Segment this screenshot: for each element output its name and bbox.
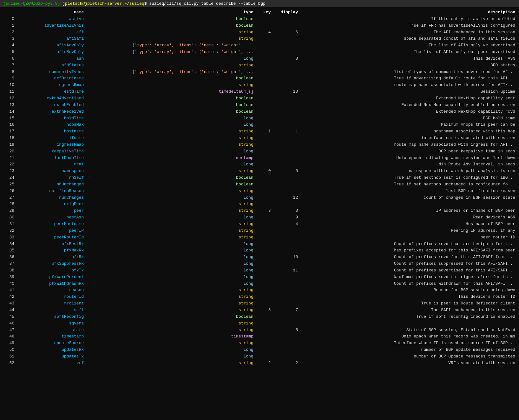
cell-index: 44 (3, 307, 16, 314)
cell-description: Hostname of BGP peer (299, 221, 516, 228)
cell-type: string (85, 128, 254, 135)
cell-type: string (85, 62, 254, 69)
cell-key (255, 267, 272, 274)
cell-key (255, 195, 272, 201)
cell-type: boolean (85, 109, 254, 115)
cell-type: string (85, 300, 254, 307)
cell-type: string (85, 287, 254, 294)
table-row: 11 estdTime timedelta64[s] 13 Session up… (3, 89, 516, 95)
table-row: 45 softReconfig boolean True if soft rec… (3, 314, 516, 320)
cell-type: long (85, 267, 254, 274)
cell-display: 6 (272, 29, 299, 36)
cell-name: estdTime (16, 89, 85, 95)
cell-name: egressRmap (16, 82, 85, 89)
table-row: 12 extnhAdvertised boolean Extended Next… (3, 95, 516, 102)
cell-key (255, 102, 272, 109)
cell-description: space separated concat of afi and safi f… (299, 36, 516, 42)
cell-key (255, 161, 272, 168)
cell-type: long (85, 347, 254, 353)
cell-description: Extended NextHop capability enabled on s… (299, 102, 516, 109)
cell-name: afi (16, 29, 85, 36)
cell-name: asn (16, 56, 85, 62)
header-name: name (16, 9, 85, 16)
cell-display: 0 (272, 168, 299, 175)
table-row: 31 peerHostname string 4 Hostname of BGP… (3, 221, 516, 228)
cell-index: 37 (3, 261, 16, 267)
table-row: 1 advertiseAllVnis boolean True if FRR h… (3, 23, 516, 29)
cell-index: 15 (3, 115, 16, 122)
describe-table: name type key display description 0 acti… (3, 9, 516, 367)
cell-description (299, 201, 516, 208)
cell-type: boolean (85, 314, 254, 320)
cell-display: 3 (272, 208, 299, 214)
table-row: 52 vrf string 2 2 VRF associated with se… (3, 360, 516, 367)
cell-key (255, 16, 272, 23)
cell-index: 40 (3, 281, 16, 287)
table-content: name type key display description 0 acti… (0, 7, 519, 369)
cell-index: 16 (3, 122, 16, 128)
cell-name: rrclient (16, 300, 85, 307)
cell-display: 11 (272, 267, 299, 274)
cell-index: 51 (3, 353, 16, 360)
cell-type: long (85, 195, 254, 201)
cell-key (255, 281, 272, 287)
cell-type: string (85, 360, 254, 367)
cell-description: route map name associated with ingress f… (299, 142, 516, 148)
cell-display (272, 82, 299, 89)
cell-type: {'type': 'array', 'items': {'name': 'wei… (85, 49, 254, 56)
cell-key (255, 221, 272, 228)
cell-index: 14 (3, 109, 16, 115)
cell-key (255, 155, 272, 162)
cell-description: Interface whose IP is used as source IP … (299, 340, 516, 347)
cell-display (272, 75, 299, 82)
cell-type: string (85, 340, 254, 347)
cell-display (272, 36, 299, 42)
table-row: 38 pfxTx long 11 Count of prefixes adver… (3, 267, 516, 274)
cell-index: 13 (3, 102, 16, 109)
table-row: 20 keepaliveTime long BGP peer keepalive… (3, 148, 516, 155)
table-row: 4 afisAdvOnly {'type': 'array', 'items':… (3, 42, 516, 49)
cell-type: string (85, 234, 254, 241)
cell-display (272, 69, 299, 76)
cell-name: bfdStatus (16, 62, 85, 69)
cell-type: long (85, 274, 254, 281)
table-body: 0 active boolean If this entry is active… (3, 16, 516, 367)
cell-key (255, 333, 272, 340)
cell-name: lastDownTime (16, 155, 85, 162)
table-row: 9 defOriginate boolean True if advertisi… (3, 75, 516, 82)
cell-display: 12 (272, 195, 299, 201)
cell-display: 5 (272, 327, 299, 334)
table-row: 42 routerId string This device's router … (3, 294, 516, 300)
cell-key (255, 89, 272, 95)
terminal-window: (suzieq-QZqWZG2D-py3.8) jpietsch@jpietsc… (0, 0, 519, 420)
cell-type: boolean (85, 75, 254, 82)
cell-description (299, 320, 516, 327)
cell-type: string (85, 188, 254, 195)
table-row: 0 active boolean If this entry is active… (3, 16, 516, 23)
table-row: 19 ingressRmap string route map name ass… (3, 142, 516, 148)
cell-name: pfxMaxRx (16, 247, 85, 254)
cell-description: The list of AFIs only our peer advertise… (299, 49, 516, 56)
cell-description: Count of prefixes advertised for this AF… (299, 267, 516, 274)
cell-name: peerAsn (16, 214, 85, 221)
cell-index: 49 (3, 340, 16, 347)
cell-index: 3 (3, 36, 16, 42)
title-user-part: jpietsch@jpietsch-server:~/suzieq (62, 1, 144, 6)
cell-type: timestamp (85, 333, 254, 340)
title-cmd-part: $ suzieq/cli/sq_cli.py table describe --… (144, 1, 266, 6)
cell-display: 4 (272, 221, 299, 228)
cell-description: Count of prefixes withdrawn for this AFI… (299, 281, 516, 287)
cell-name: active (16, 16, 85, 23)
cell-key (255, 274, 272, 281)
cell-key (255, 135, 272, 142)
cell-key (255, 49, 272, 56)
cell-display (272, 181, 299, 188)
cell-description: If this entry is active or deleted (299, 16, 516, 23)
cell-display (272, 347, 299, 353)
table-header: name type key display description (3, 9, 516, 16)
cell-type: long (85, 214, 254, 221)
cell-type: string (85, 135, 254, 142)
cell-name: afisRcvOnly (16, 49, 85, 56)
table-row: 41 reason string Reason for BGP session … (3, 287, 516, 294)
cell-index: 18 (3, 135, 16, 142)
